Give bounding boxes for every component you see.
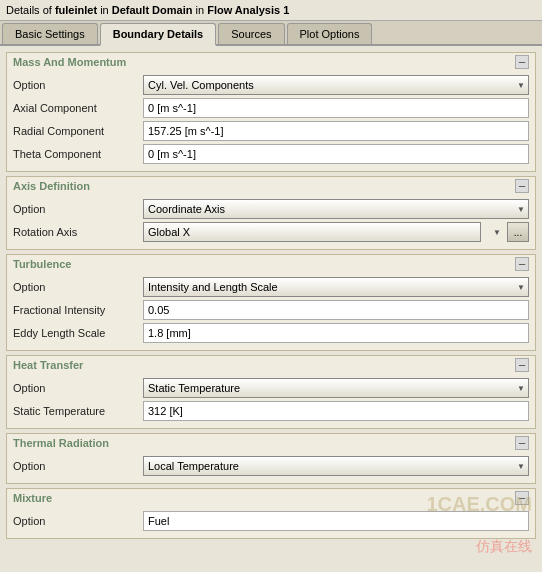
option-label-mixture: Option — [13, 515, 143, 527]
option-label-mass: Option — [13, 79, 143, 91]
tab-basic-settings-label: Basic Settings — [15, 28, 85, 40]
title-domain: Default Domain — [112, 4, 193, 16]
section-turbulence-title: Turbulence — [13, 258, 71, 270]
option-row-axis: Option Coordinate Axis — [13, 199, 529, 219]
radial-component-label: Radial Component — [13, 125, 143, 137]
axial-component-input[interactable] — [143, 98, 529, 118]
option-row-mass: Option Cyl. Vel. Components — [13, 75, 529, 95]
section-heat-transfer: Heat Transfer − Option Static Temperatur… — [6, 355, 536, 429]
option-select-wrap-turbulence: Intensity and Length Scale — [143, 277, 529, 297]
title-analysis: Flow Analysis 1 — [207, 4, 289, 16]
collapse-heat-transfer-btn[interactable]: − — [515, 358, 529, 372]
section-mass-and-momentum-title: Mass And Momentum — [13, 56, 126, 68]
section-axis-definition-body: Option Coordinate Axis Rotation Axis Glo… — [7, 195, 535, 249]
rotation-axis-select-wrap: Global X — [143, 222, 505, 242]
rotation-axis-label: Rotation Axis — [13, 226, 143, 238]
static-temperature-row: Static Temperature — [13, 401, 529, 421]
section-turbulence-header: Turbulence − — [7, 255, 535, 273]
tab-plot-options[interactable]: Plot Options — [287, 23, 373, 44]
section-thermal-radiation-header: Thermal Radiation − — [7, 434, 535, 452]
axial-component-row: Axial Component — [13, 98, 529, 118]
option-select-wrap-thermal: Local Temperature — [143, 456, 529, 476]
collapse-axis-definition-btn[interactable]: − — [515, 179, 529, 193]
radial-component-input[interactable] — [143, 121, 529, 141]
section-heat-transfer-header: Heat Transfer − — [7, 356, 535, 374]
section-heat-transfer-title: Heat Transfer — [13, 359, 83, 371]
section-thermal-radiation-title: Thermal Radiation — [13, 437, 109, 449]
section-mixture-body: Option — [7, 507, 535, 538]
eddy-length-scale-row: Eddy Length Scale — [13, 323, 529, 343]
option-select-heat[interactable]: Static Temperature — [143, 378, 529, 398]
option-label-turbulence: Option — [13, 281, 143, 293]
section-mixture: Mixture − Option — [6, 488, 536, 539]
theta-component-row: Theta Component — [13, 144, 529, 164]
fractional-intensity-input[interactable] — [143, 300, 529, 320]
rotation-axis-row: Rotation Axis Global X ... — [13, 222, 529, 242]
title-bar: Details of fuleinlet in Default Domain i… — [0, 0, 542, 21]
tab-plot-options-label: Plot Options — [300, 28, 360, 40]
section-axis-definition-title: Axis Definition — [13, 180, 90, 192]
option-select-thermal[interactable]: Local Temperature — [143, 456, 529, 476]
section-turbulence: Turbulence − Option Intensity and Length… — [6, 254, 536, 351]
section-mixture-title: Mixture — [13, 492, 52, 504]
section-mass-and-momentum-body: Option Cyl. Vel. Components Axial Compon… — [7, 71, 535, 171]
title-in1: in — [97, 4, 112, 16]
section-mass-and-momentum-header: Mass And Momentum − — [7, 53, 535, 71]
rotation-axis-dots-btn[interactable]: ... — [507, 222, 529, 242]
option-row-thermal: Option Local Temperature — [13, 456, 529, 476]
collapse-thermal-radiation-btn[interactable]: − — [515, 436, 529, 450]
tab-basic-settings[interactable]: Basic Settings — [2, 23, 98, 44]
option-select-wrap-heat: Static Temperature — [143, 378, 529, 398]
section-thermal-radiation: Thermal Radiation − Option Local Tempera… — [6, 433, 536, 484]
static-temperature-input[interactable] — [143, 401, 529, 421]
eddy-length-scale-label: Eddy Length Scale — [13, 327, 143, 339]
section-axis-definition-header: Axis Definition − — [7, 177, 535, 195]
section-heat-transfer-body: Option Static Temperature Static Tempera… — [7, 374, 535, 428]
tab-sources[interactable]: Sources — [218, 23, 284, 44]
collapse-turbulence-btn[interactable]: − — [515, 257, 529, 271]
option-select-turbulence[interactable]: Intensity and Length Scale — [143, 277, 529, 297]
option-row-turbulence: Option Intensity and Length Scale — [13, 277, 529, 297]
title-in2: in — [192, 4, 207, 16]
title-prefix: Details of — [6, 4, 55, 16]
rotation-axis-select[interactable]: Global X — [143, 222, 481, 242]
fractional-intensity-row: Fractional Intensity — [13, 300, 529, 320]
option-row-heat: Option Static Temperature — [13, 378, 529, 398]
section-mass-and-momentum: Mass And Momentum − Option Cyl. Vel. Com… — [6, 52, 536, 172]
radial-component-row: Radial Component — [13, 121, 529, 141]
option-label-thermal: Option — [13, 460, 143, 472]
tab-boundary-details-label: Boundary Details — [113, 28, 203, 40]
section-turbulence-body: Option Intensity and Length Scale Fracti… — [7, 273, 535, 350]
option-label-axis: Option — [13, 203, 143, 215]
axial-component-label: Axial Component — [13, 102, 143, 114]
theta-component-input[interactable] — [143, 144, 529, 164]
option-select-mass[interactable]: Cyl. Vel. Components — [143, 75, 529, 95]
eddy-length-scale-input[interactable] — [143, 323, 529, 343]
option-input-mixture[interactable] — [143, 511, 529, 531]
static-temperature-label: Static Temperature — [13, 405, 143, 417]
option-select-axis[interactable]: Coordinate Axis — [143, 199, 529, 219]
option-select-wrap-mass: Cyl. Vel. Components — [143, 75, 529, 95]
collapse-mixture-btn[interactable]: − — [515, 491, 529, 505]
section-mixture-header: Mixture − — [7, 489, 535, 507]
option-select-wrap-axis: Coordinate Axis — [143, 199, 529, 219]
fractional-intensity-label: Fractional Intensity — [13, 304, 143, 316]
content-area: Mass And Momentum − Option Cyl. Vel. Com… — [0, 46, 542, 572]
section-thermal-radiation-body: Option Local Temperature — [7, 452, 535, 483]
tab-sources-label: Sources — [231, 28, 271, 40]
tab-boundary-details[interactable]: Boundary Details — [100, 23, 216, 46]
title-name: fuleinlet — [55, 4, 97, 16]
theta-component-label: Theta Component — [13, 148, 143, 160]
option-row-mixture: Option — [13, 511, 529, 531]
option-label-heat: Option — [13, 382, 143, 394]
tabs-bar: Basic Settings Boundary Details Sources … — [0, 21, 542, 46]
collapse-mass-and-momentum-btn[interactable]: − — [515, 55, 529, 69]
section-axis-definition: Axis Definition − Option Coordinate Axis… — [6, 176, 536, 250]
